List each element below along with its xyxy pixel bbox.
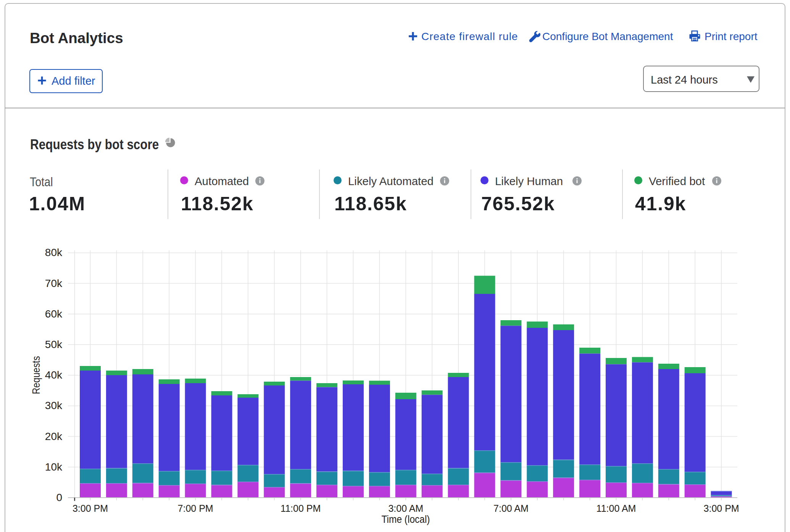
svg-text:20k: 20k [45, 430, 63, 442]
svg-text:3:00 PM: 3:00 PM [704, 503, 739, 514]
svg-text:Requests: Requests [30, 356, 42, 394]
svg-text:7:00 PM: 7:00 PM [178, 503, 213, 514]
svg-text:60k: 60k [45, 308, 63, 320]
svg-text:11:00 PM: 11:00 PM [281, 503, 321, 514]
svg-text:11:00 AM: 11:00 AM [597, 503, 636, 514]
svg-text:Time (local): Time (local) [382, 514, 430, 525]
svg-text:10k: 10k [45, 461, 63, 473]
svg-text:30k: 30k [45, 400, 63, 411]
svg-text:0: 0 [56, 492, 62, 503]
svg-text:50k: 50k [45, 339, 63, 350]
svg-text:40k: 40k [45, 369, 63, 381]
svg-text:70k: 70k [45, 277, 63, 289]
svg-text:3:00 PM: 3:00 PM [73, 503, 108, 514]
svg-text:80k: 80k [45, 247, 63, 258]
svg-text:7:00 AM: 7:00 AM [493, 503, 529, 514]
svg-text:3:00 AM: 3:00 AM [388, 503, 423, 514]
